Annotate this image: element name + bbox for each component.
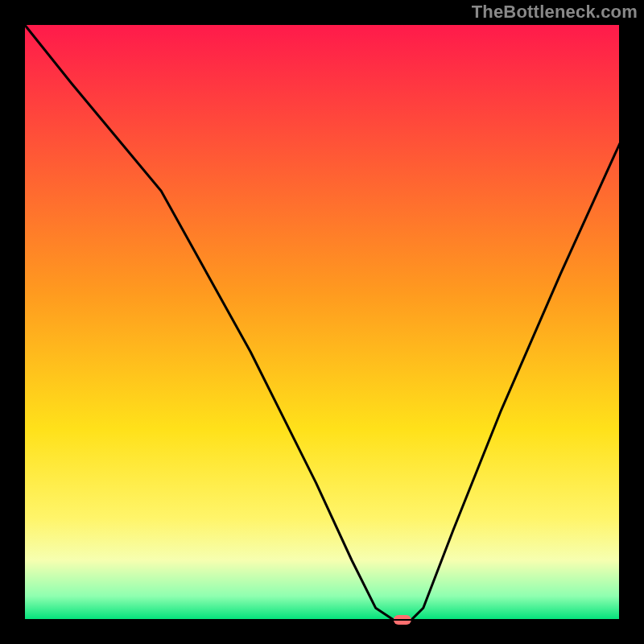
bottleneck-chart: [0, 0, 644, 644]
chart-frame: TheBottleneck.com: [0, 0, 644, 644]
plot-background: [24, 24, 620, 620]
